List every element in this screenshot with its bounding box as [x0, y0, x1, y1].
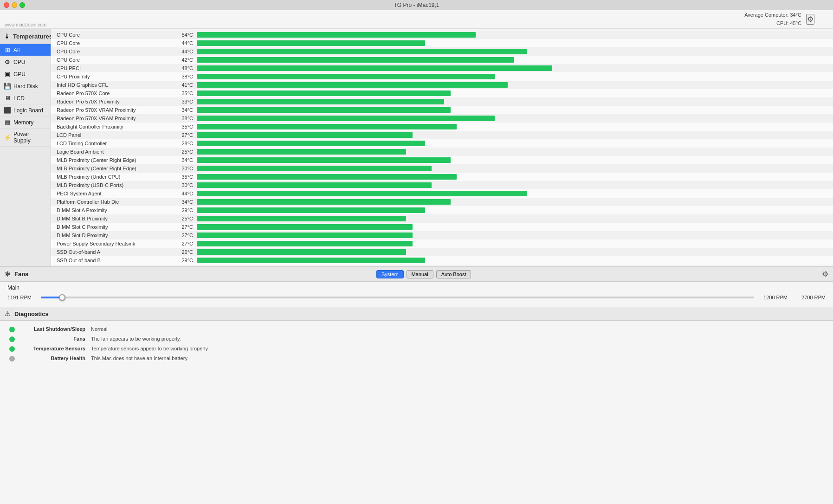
fan-max-rpm: 2700 RPM [801, 295, 826, 300]
sensor-bar-container [197, 166, 831, 171]
sensor-bar-container [197, 74, 831, 79]
table-row: DIMM Slot A Proximity 29°C [51, 206, 833, 214]
sensor-value: 44°C [174, 49, 197, 54]
table-row: Intel HD Graphics CFL 41°C [51, 81, 833, 89]
top-info-bar: www.macDown.com Average Computer: 34°C C… [0, 10, 833, 29]
table-row: SSD Out-of-band A 26°C [51, 248, 833, 256]
sensor-bar-container [197, 249, 831, 255]
sidebar-item-gpu[interactable]: ▣ GPU [0, 68, 51, 80]
sensor-value: 34°C [174, 107, 197, 113]
sensor-bar [197, 57, 514, 63]
table-row: LCD Panel 27°C [51, 131, 833, 139]
sensor-name: Power Supply Secondary Heatsink [53, 241, 174, 246]
sensor-bar-container [197, 233, 831, 238]
sensor-value: 30°C [174, 166, 197, 171]
sensor-value: 35°C [174, 90, 197, 96]
sensor-bar [197, 166, 432, 171]
fan-slider-thumb[interactable] [59, 294, 65, 301]
fan-slider-container[interactable] [41, 293, 754, 302]
sensor-value: 29°C [174, 258, 197, 263]
sensor-bar-container [197, 258, 831, 263]
sensor-name: SSD Out-of-band B [53, 258, 174, 263]
diag-row: Fans The fan appears to be working prope… [9, 334, 824, 344]
sensor-value: 25°C [174, 149, 197, 155]
sensor-bar [197, 191, 527, 196]
sidebar-icon-gpu: ▣ [4, 71, 11, 78]
sensor-bar-container [197, 65, 831, 71]
maximize-button[interactable] [19, 2, 25, 8]
diag-value: The fan appears to be working properly. [91, 336, 181, 342]
sensor-bar [197, 258, 425, 263]
table-row: Platform Controller Hub Die 34°C [51, 198, 833, 206]
table-row: Logic Board Ambient 25°C [51, 148, 833, 156]
sensor-name: DIMM Slot C Proximity [53, 224, 174, 230]
sensor-bar-container [197, 149, 831, 155]
diag-status-dot [9, 346, 15, 352]
sensor-name: SSD Out-of-band A [53, 249, 174, 255]
sensor-bar [197, 116, 495, 121]
sensor-bar [197, 74, 495, 79]
sensor-name: MLB Proximity (Under CPU) [53, 174, 174, 180]
sidebar-label-logicboard: Logic Board [13, 107, 43, 114]
table-row: DIMM Slot D Proximity 27°C [51, 231, 833, 239]
minimize-button[interactable] [12, 2, 17, 8]
close-button[interactable] [4, 2, 9, 8]
sidebar-label-harddisk: Hard Disk [13, 83, 38, 90]
sensor-name: Radeon Pro 570X Proximity [53, 99, 174, 104]
sidebar-item-lcd[interactable]: 🖥 LCD [0, 92, 51, 104]
settings-gear-icon[interactable]: ⚙ [806, 14, 814, 25]
fans-gear-icon[interactable]: ⚙ [822, 270, 828, 278]
diag-status-dot [9, 327, 15, 332]
sensor-bar-container [197, 182, 831, 188]
diag-value: Temperature sensors appear to be working… [91, 346, 209, 351]
table-row: Radeon Pro 570X Core 35°C [51, 89, 833, 97]
fan-speed-row: 1191 RPM 1200 RPM 2700 RPM [7, 293, 826, 302]
fans-header-right: SystemManualAuto Boost [376, 270, 471, 278]
sidebar-item-cpu[interactable]: ⚙ CPU [0, 56, 51, 68]
sidebar-icon-lcd: 🖥 [4, 95, 11, 102]
temperatures-header: 🌡 Temperatures [0, 29, 51, 44]
fan-mode-autoboost-button[interactable]: Auto Boost [436, 270, 471, 278]
diag-row: Temperature Sensors Temperature sensors … [9, 344, 824, 354]
sensor-name: Logic Board Ambient [53, 149, 174, 155]
sensor-value: 44°C [174, 40, 197, 46]
table-row: MLB Proximity (Center Right Edge) 34°C [51, 156, 833, 164]
sensor-bar-container [197, 191, 831, 196]
sensor-bar-container [197, 40, 831, 46]
sensor-name: CPU Core [53, 40, 174, 46]
sensor-bar-container [197, 199, 831, 205]
app-container: www.macDown.com Average Computer: 34°C C… [0, 10, 833, 504]
table-row: CPU Core 54°C [51, 31, 833, 39]
sensor-value: 28°C [174, 141, 197, 146]
sidebar: 🌡 Temperatures ⊞ All ⚙ CPU ▣ GPU 💾 Hard … [0, 29, 51, 266]
table-row: MLB Proximity (Center Right Edge) 30°C [51, 164, 833, 173]
avg-computer-label: Average Computer: [744, 12, 788, 18]
fan-mode-system-button[interactable]: System [376, 270, 404, 278]
sensor-name: CPU Core [53, 57, 174, 63]
sensor-bar [197, 249, 406, 255]
sidebar-item-harddisk[interactable]: 💾 Hard Disk [0, 80, 51, 92]
table-row: DIMM Slot C Proximity 27°C [51, 223, 833, 231]
sensor-bar [197, 182, 432, 188]
sensor-name: Platform Controller Hub Die [53, 199, 174, 205]
table-row: CPU Proximity 38°C [51, 72, 833, 81]
sidebar-item-memory[interactable]: ▦ Memory [0, 116, 51, 129]
sidebar-item-all[interactable]: ⊞ All [0, 44, 51, 56]
diagnostics-content: Last Shutdown/Sleep Normal Fans The fan … [0, 321, 833, 367]
fan-mode-manual-button[interactable]: Manual [407, 270, 433, 278]
table-row: SSD Out-of-band B 29°C [51, 256, 833, 265]
sensor-name: MLB Proximity (USB-C Ports) [53, 182, 174, 188]
sensor-bar-container [197, 90, 831, 96]
sensor-bar [197, 65, 552, 71]
diag-row: Battery Health This Mac does not have an… [9, 354, 824, 363]
sidebar-item-logicboard[interactable]: ⬛ Logic Board [0, 104, 51, 116]
sidebar-label-memory: Memory [13, 119, 33, 126]
sensor-value: 33°C [174, 99, 197, 104]
sensor-bar [197, 233, 413, 238]
sensor-value: 27°C [174, 224, 197, 230]
cpu-label: CPU: [776, 20, 788, 26]
sensor-value: 38°C [174, 74, 197, 79]
sensor-value: 34°C [174, 199, 197, 205]
sidebar-item-powersupply[interactable]: ⚡ Power Supply [0, 129, 51, 147]
sidebar-label-powersupply: Power Supply [13, 131, 47, 144]
